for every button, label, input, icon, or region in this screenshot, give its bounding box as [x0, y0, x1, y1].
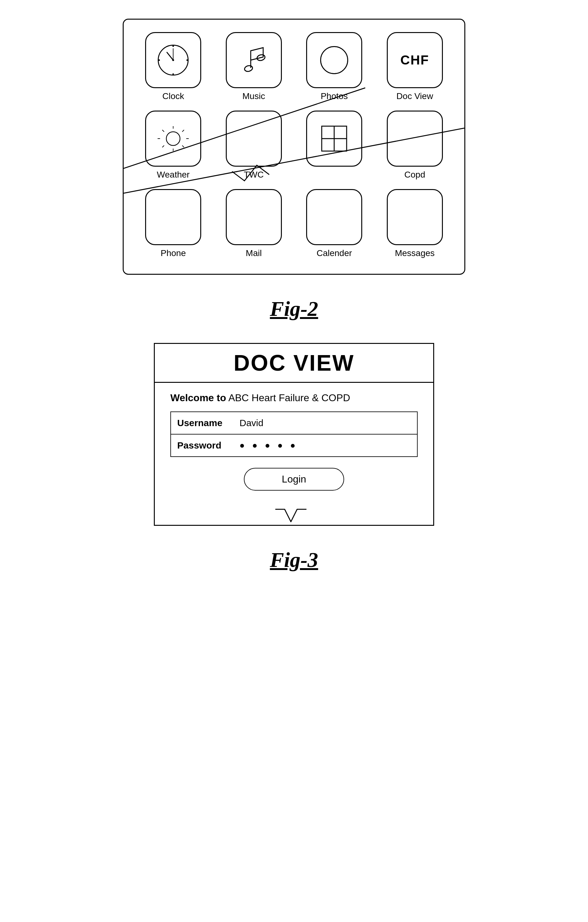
svg-line-19 — [182, 130, 184, 132]
app-item-music[interactable]: Music — [217, 32, 291, 101]
username-value: David — [240, 418, 263, 428]
photos-circle — [320, 46, 348, 74]
music-label: Music — [242, 91, 265, 101]
svg-point-12 — [166, 132, 180, 145]
doc-view-body: Welcome to ABC Heart Failure & COPD User… — [155, 383, 433, 506]
fig2-panel: Clock Music Photos CHF — [123, 19, 465, 275]
fig3-bottom-decoration — [155, 506, 433, 525]
zigzag-icon — [275, 506, 313, 525]
messages-icon-box — [387, 189, 443, 245]
music-icon-box — [226, 32, 282, 88]
password-dots: ● ● ● ● ● — [240, 440, 298, 450]
password-label: Password — [177, 440, 233, 451]
app-item-messages[interactable]: Messages — [378, 189, 452, 258]
username-label: Username — [177, 418, 233, 428]
chf-text: CHF — [400, 52, 429, 68]
weather-label: Weather — [157, 170, 189, 180]
photos-label: Photos — [321, 91, 348, 101]
username-row: Username David — [171, 412, 417, 435]
doc-view-title: DOC VIEW — [234, 350, 354, 375]
photos-icon-box — [306, 32, 362, 88]
phone-label: Phone — [161, 248, 186, 258]
login-button[interactable]: Login — [244, 468, 344, 490]
svg-point-9 — [186, 59, 188, 61]
svg-line-20 — [162, 145, 164, 147]
twc-label: TWC — [244, 170, 264, 180]
weather-icon-box — [145, 111, 201, 167]
app-item-weather[interactable]: Weather — [136, 111, 211, 180]
login-form-box: Username David Password ● ● ● ● ● — [170, 412, 418, 457]
mail-icon-box — [226, 189, 282, 245]
app-item-phone[interactable]: Phone — [136, 189, 211, 258]
welcome-text: ABC Heart Failure & COPD — [226, 392, 350, 404]
copd-icon-box — [387, 111, 443, 167]
app-item-copd[interactable]: Copd — [378, 111, 452, 180]
app-item-photos[interactable]: Photos — [297, 32, 372, 101]
fig2-caption: Fig-2 — [270, 296, 318, 321]
twc-icon-box — [226, 111, 282, 167]
copd-label: Copd — [404, 170, 425, 180]
docview-label: Doc View — [397, 91, 433, 101]
clock-icon-box — [145, 32, 201, 88]
docview-icon-box: CHF — [387, 32, 443, 88]
svg-line-17 — [162, 130, 164, 132]
mail-label: Mail — [246, 248, 261, 258]
fig3-panel: DOC VIEW Welcome to ABC Heart Failure & … — [154, 343, 434, 526]
app-item-calender[interactable]: Calender — [297, 189, 372, 258]
messages-label: Messages — [395, 248, 435, 258]
app-item-mail[interactable]: Mail — [217, 189, 291, 258]
svg-point-8 — [158, 59, 160, 61]
login-btn-wrap: Login — [170, 468, 418, 490]
app-item-table[interactable] — [297, 111, 372, 180]
app-item-clock[interactable]: Clock — [136, 32, 211, 101]
phone-icon-box — [145, 189, 201, 245]
svg-point-6 — [173, 46, 174, 47]
welcome-row: Welcome to ABC Heart Failure & COPD — [170, 392, 418, 404]
clock-label: Clock — [162, 91, 184, 101]
fig3-caption: Fig-3 — [270, 548, 318, 572]
doc-view-header: DOC VIEW — [155, 344, 433, 383]
svg-line-4 — [167, 52, 173, 60]
app-item-docview[interactable]: CHF Doc View — [378, 32, 452, 101]
svg-point-10 — [244, 65, 253, 72]
app-item-twc[interactable]: TWC — [217, 111, 291, 180]
calender-icon-box — [306, 189, 362, 245]
app-grid: Clock Music Photos CHF — [136, 32, 452, 258]
password-row: Password ● ● ● ● ● — [171, 435, 417, 456]
table-icon-box — [306, 111, 362, 167]
svg-line-18 — [182, 145, 184, 147]
welcome-bold: Welcome to — [170, 392, 226, 404]
calender-label: Calender — [317, 248, 352, 258]
svg-point-7 — [173, 74, 174, 75]
